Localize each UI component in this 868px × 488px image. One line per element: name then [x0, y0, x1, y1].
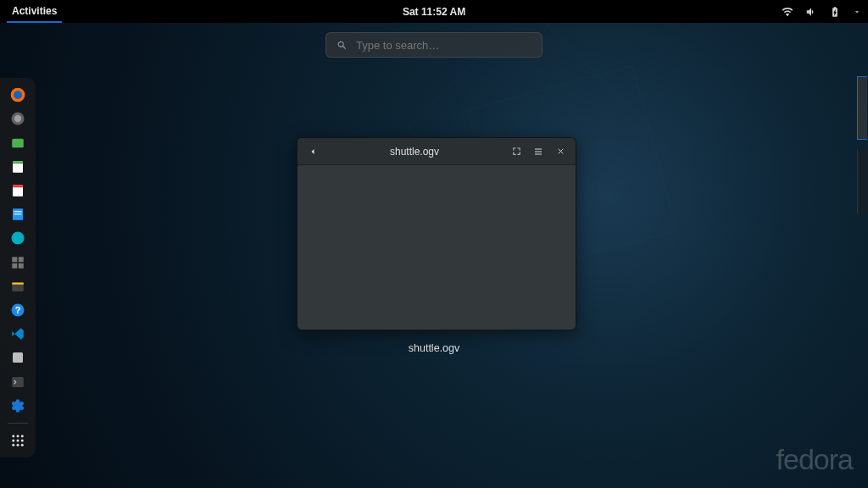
dash-app-vscode[interactable]: [8, 325, 27, 342]
svg-rect-11: [14, 214, 22, 214]
svg-point-29: [21, 439, 24, 441]
back-button[interactable]: [304, 143, 321, 160]
top-bar: Activities Sat 11:52 AM: [0, 0, 868, 23]
dash-app-boxes[interactable]: [8, 253, 27, 270]
dash-app-software[interactable]: [8, 230, 27, 247]
svg-rect-13: [12, 257, 17, 262]
svg-rect-16: [19, 263, 24, 268]
dash-app-text-editor[interactable]: [8, 206, 27, 223]
svg-point-28: [17, 439, 19, 441]
svg-rect-22: [12, 377, 24, 387]
svg-rect-4: [12, 138, 24, 147]
svg-rect-21: [13, 352, 23, 363]
svg-point-1: [14, 91, 22, 99]
svg-rect-10: [14, 211, 22, 212]
workspace-1[interactable]: [857, 76, 867, 140]
svg-point-27: [12, 439, 14, 441]
svg-rect-18: [12, 282, 24, 284]
svg-rect-6: [13, 161, 23, 164]
svg-point-3: [14, 115, 21, 122]
fullscreen-button[interactable]: [508, 143, 525, 160]
chevron-down-icon: [853, 8, 861, 16]
svg-point-30: [12, 444, 14, 446]
workspace-switcher[interactable]: [857, 76, 868, 330]
dash-app-disks[interactable]: [8, 349, 27, 366]
dash-app-mail[interactable]: [8, 110, 27, 127]
svg-text:?: ?: [15, 305, 21, 315]
window-title: shuttle.ogv: [321, 146, 508, 158]
dash-app-terminal[interactable]: [8, 373, 27, 390]
workspace-2[interactable]: [857, 150, 867, 214]
svg-point-32: [21, 444, 24, 446]
distro-watermark: fedora: [776, 443, 853, 476]
search-input[interactable]: [356, 39, 531, 52]
window-titlebar[interactable]: shuttle.ogv: [298, 138, 576, 165]
dash-app-settings[interactable]: [8, 397, 27, 414]
svg-point-12: [12, 232, 25, 245]
clock[interactable]: Sat 11:52 AM: [403, 6, 465, 18]
system-tray[interactable]: [782, 6, 861, 18]
svg-rect-34: [535, 151, 542, 152]
video-player-window[interactable]: shuttle.ogv: [297, 137, 576, 330]
search-icon: [337, 40, 348, 51]
svg-point-31: [17, 444, 19, 446]
window-caption: shuttle.ogv: [409, 342, 459, 354]
activities-button[interactable]: Activities: [7, 0, 62, 23]
svg-rect-8: [13, 185, 23, 187]
dash-app-firefox[interactable]: [8, 86, 27, 103]
wifi-icon: [782, 6, 793, 18]
video-viewport[interactable]: [298, 165, 576, 330]
show-applications-button[interactable]: [8, 432, 27, 449]
dash-app-archive[interactable]: [8, 278, 27, 295]
dash-separator: [8, 423, 28, 424]
svg-rect-15: [12, 263, 17, 268]
svg-point-25: [17, 435, 19, 437]
svg-point-26: [21, 435, 24, 437]
dash-app-files[interactable]: [8, 134, 27, 151]
menu-button[interactable]: [530, 143, 547, 160]
dash-app-writer[interactable]: [8, 158, 27, 175]
battery-icon: [829, 6, 841, 18]
svg-rect-14: [19, 257, 24, 262]
dash-app-impress[interactable]: [8, 182, 27, 199]
dash: ?: [0, 78, 36, 458]
dash-app-help[interactable]: ?: [8, 302, 27, 319]
svg-rect-35: [535, 153, 542, 154]
svg-point-24: [12, 435, 14, 437]
volume-icon: [805, 6, 817, 18]
close-button[interactable]: [552, 143, 569, 160]
search-bar[interactable]: [326, 32, 542, 58]
svg-rect-33: [535, 148, 542, 149]
